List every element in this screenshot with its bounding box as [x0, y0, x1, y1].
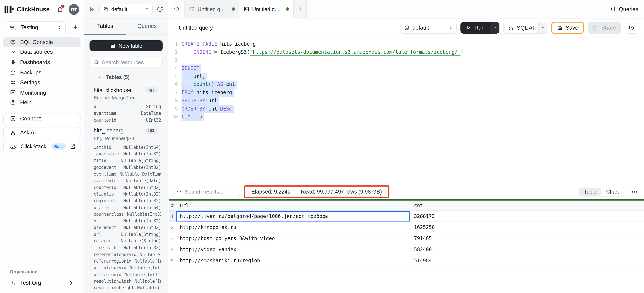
column-type: DateTime — [138, 110, 161, 117]
result-row-4[interactable]: 4http://video.yandex582400 — [169, 244, 644, 255]
column-name: urlregionid — [94, 271, 122, 278]
workspace-row: aws Testing — [0, 19, 84, 33]
refresh-button[interactable] — [156, 6, 164, 13]
add-service-button[interactable] — [71, 23, 80, 32]
sidebar-item-data-sources[interactable]: Data sources — [3, 47, 80, 57]
url-cell[interactable]: http://video.yandex — [176, 244, 410, 255]
database-selector[interactable]: default — [100, 4, 153, 15]
share-button[interactable]: Share — [588, 22, 621, 34]
whitespace-dot: · — [182, 82, 184, 87]
tab-tables[interactable]: Tables — [84, 19, 126, 35]
ask-ai-button[interactable]: Ask AI — [3, 127, 80, 138]
editor-database-selector[interactable]: default — [400, 22, 457, 34]
toggle-table[interactable]: Table — [579, 188, 601, 196]
token-kw: ORDER·BY — [182, 106, 205, 112]
save-button[interactable]: Save — [551, 22, 584, 34]
user-avatar[interactable]: DT — [69, 4, 80, 15]
sidebar-item-label: SQL Console — [20, 39, 53, 45]
document-tab-1[interactable]: Untitled q... — [184, 0, 239, 18]
url-cell[interactable]: http://smeshariki.ru/region — [176, 255, 410, 266]
results-table: #urlcnt1http://liver.ru/belgorod/page/10… — [169, 200, 644, 266]
column-row: refererregionidNullable(Int — [94, 258, 161, 264]
collapse-panel-button[interactable] — [89, 6, 96, 13]
connect-button[interactable]: Connect — [3, 113, 80, 124]
whitespace-dot: · — [190, 73, 194, 79]
token-str: 'https://datasets-documentation.s3.amazo… — [250, 49, 460, 55]
token-pl: · — [214, 82, 217, 87]
sql-ai-options-caret[interactable] — [538, 22, 547, 33]
whitespace-dot: · — [196, 114, 200, 120]
sql-ai-label: SQL AI — [516, 25, 534, 31]
sql-editor[interactable]: 1CREATE TABLE hits_iceberg2 ENGINE = Ice… — [169, 38, 644, 184]
line-content: ORDER·BY·cnt·DESC — [182, 105, 234, 113]
column-row: counteridNullable(Int32) — [94, 184, 161, 191]
column-type: Nullable(Int32) — [120, 244, 161, 251]
sidebar-item-backups[interactable]: Backups — [3, 67, 80, 78]
table-item-hits_clickhouse[interactable]: hits_clickhouseMT — [84, 86, 168, 94]
queries-button[interactable]: Queries — [609, 3, 638, 15]
line-content: CREATE TABLE hits_iceberg — [182, 40, 256, 48]
sidebar-item-settings[interactable]: Settings — [3, 78, 80, 88]
run-options-caret[interactable] — [490, 22, 499, 34]
column-row: javaenableNullable(Int32) — [94, 151, 161, 157]
search-icon — [94, 60, 99, 65]
terminal-icon — [609, 6, 616, 12]
engine-badge: IS3 — [145, 128, 158, 134]
notifications-bell-icon[interactable] — [57, 6, 64, 13]
search-icon — [176, 189, 182, 195]
more-options-button[interactable] — [631, 188, 638, 196]
whitespace-dot: · — [196, 98, 200, 104]
sidebar-nav: SQL ConsoleData sourcesDashboardsBackups… — [0, 37, 84, 108]
workspace-selector[interactable]: aws Testing — [5, 21, 66, 33]
cnt-cell[interactable]: 791465 — [410, 233, 644, 244]
organization-switcher[interactable]: Test Org — [3, 278, 80, 288]
external-link-icon — [593, 25, 598, 31]
column-row: urlcategoryidNullable(Int32 — [94, 264, 161, 271]
whitespace-dot: · — [205, 98, 208, 104]
column-name: goodevent — [94, 164, 116, 171]
column-row: titleNullable(String) — [94, 157, 161, 164]
results-header-row: #urlcnt — [169, 200, 644, 211]
cnt-cell[interactable]: 1625250 — [410, 222, 644, 233]
query-history-button[interactable] — [625, 22, 638, 34]
sidebar-item-label: Monitoring — [20, 90, 46, 96]
whitespace-dot: · — [190, 82, 194, 87]
search-results-input[interactable] — [185, 189, 236, 195]
run-button[interactable]: Run — [460, 22, 500, 34]
url-cell[interactable]: http://bdsm_po_yers=0&with_video — [176, 233, 410, 244]
sidebar-item-dashboards[interactable]: Dashboards — [3, 57, 80, 67]
result-row-3[interactable]: 3http://bdsm_po_yers=0&with_video791465 — [169, 233, 644, 244]
token-pl: = IcebergS3( — [211, 49, 250, 55]
tables-section-toggle[interactable]: Tables (5) — [84, 74, 168, 81]
tab-queries[interactable]: Queries — [126, 19, 168, 35]
column-name: resolutionwidth — [94, 278, 132, 284]
cnt-cell[interactable]: 582400 — [410, 244, 644, 255]
chevron-updown-icon — [448, 26, 453, 30]
result-row-1[interactable]: 1http://liver.ru/belgorod/page/1006.jки/… — [169, 211, 644, 222]
whitespace-dot: · — [184, 73, 188, 79]
plus-icon — [72, 24, 78, 31]
result-row-5[interactable]: 5http://smeshariki.ru/region514984 — [169, 255, 644, 266]
resources-panel: default Tables Queries New table Tables … — [84, 0, 168, 293]
url-cell[interactable]: http://kinopoisk.ru — [176, 222, 410, 233]
home-button[interactable] — [169, 0, 184, 18]
sidebar-item-sql-console[interactable]: SQL Console — [3, 37, 80, 47]
table-item-hits_iceberg[interactable]: hits_icebergIS3 — [84, 127, 168, 134]
cnt-cell[interactable]: 514984 — [410, 255, 644, 266]
result-row-2[interactable]: 2http://kinopoisk.ru1625250 — [169, 222, 644, 233]
sidebar-item-monitoring[interactable]: Monitoring — [3, 88, 80, 98]
search-resources-input[interactable] — [102, 59, 159, 65]
new-table-button[interactable]: New table — [90, 40, 162, 51]
new-tab-button[interactable] — [294, 0, 307, 18]
cnt-cell[interactable]: 3288173 — [410, 211, 644, 222]
toggle-chart[interactable]: Chart — [601, 188, 624, 196]
sidebar-item-help[interactable]: Help — [3, 98, 80, 108]
document-tab-2[interactable]: Untitled q... — [239, 0, 294, 18]
url-cell[interactable]: http://liver.ru/belgorod/page/1006.jки/д… — [176, 211, 410, 222]
token-pl: ·url — [205, 98, 217, 104]
column-name: eventtime — [94, 171, 116, 177]
sql-ai-button[interactable]: SQL AI — [503, 22, 548, 34]
clickstack-button[interactable]: ClickStack Beta — [3, 141, 80, 152]
code-line-10: 10LIMIT·5 — [169, 113, 644, 121]
column-type: Nullable(In — [134, 284, 161, 291]
